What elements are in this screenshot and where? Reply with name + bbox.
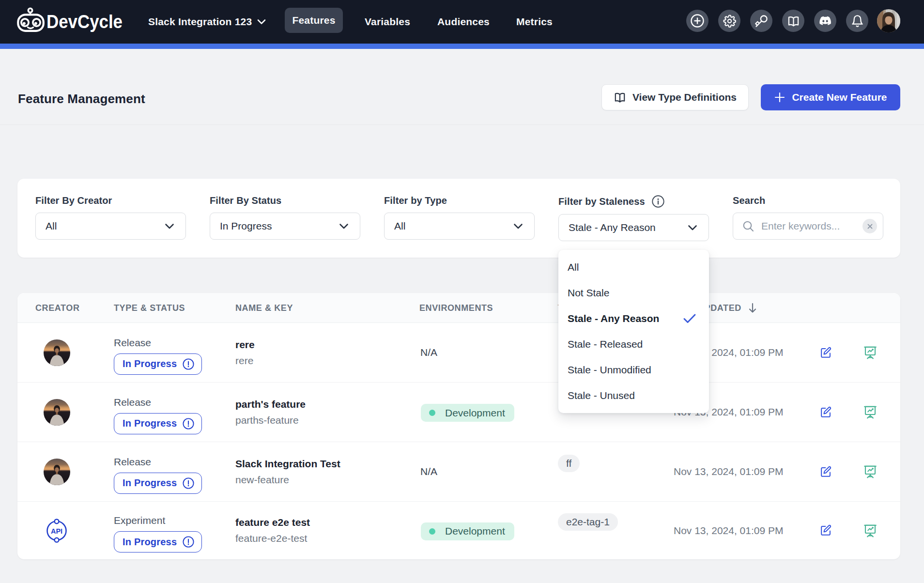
svg-text:DevCycle: DevCycle [46, 12, 123, 32]
svg-text:API: API [51, 527, 62, 535]
